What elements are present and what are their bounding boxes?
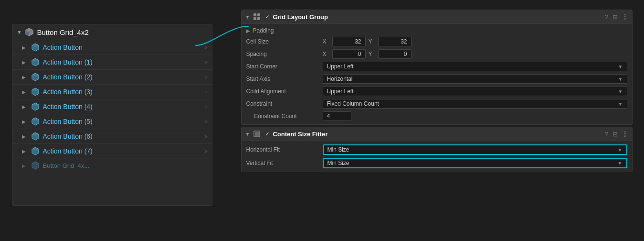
horizontal-fit-dropdown[interactable]: Min Size ▼ [323, 144, 627, 155]
constraint-count-input[interactable]: 4 [323, 111, 351, 121]
list-item[interactable]: ▶ Action Button › [12, 40, 212, 55]
item-chevron-icon: › [205, 118, 207, 125]
start-axis-dropdown[interactable]: Horizontal ▼ [323, 74, 627, 84]
spacing-row: Spacing X 0 Y 0 [242, 48, 632, 60]
svg-rect-40 [253, 13, 256, 16]
component-enabled-check[interactable]: ✓ [265, 13, 270, 20]
start-corner-value: Upper Left ▼ [323, 62, 627, 71]
list-item[interactable]: ▶ Action Button (1) › [12, 55, 212, 69]
list-item[interactable]: ▶ Action Button (2) › [12, 69, 212, 84]
start-corner-dropdown-text: Upper Left [327, 63, 615, 70]
help-icon[interactable]: ? [605, 131, 608, 138]
item-label: Action Button (1) [43, 58, 202, 66]
cell-size-x-input[interactable]: 32 [332, 37, 366, 46]
horizontal-fit-label: Horizontal Fit [246, 146, 323, 153]
list-item[interactable]: ▶ Action Button (3) › [12, 84, 212, 99]
list-item[interactable]: ▶ Action Button (4) › [12, 99, 212, 114]
component-header[interactable]: ▼ ✓ Grid Layout Group ? ⊟ ⋮ [242, 10, 632, 24]
dropdown-arrow-icon: ▼ [618, 161, 623, 166]
y-label: Y [369, 38, 375, 45]
cell-size-xy: X 32 Y 32 [323, 37, 412, 46]
hierarchy-title: Button Grid_4x2 [37, 28, 207, 36]
item-expand-icon: ▶ [22, 134, 28, 139]
item-label: Action Button (5) [43, 118, 202, 125]
item-cube-icon [31, 117, 40, 126]
start-axis-value: Horizontal ▼ [323, 74, 627, 84]
hierarchy-header[interactable]: ▼ Button Grid_4x2 [12, 24, 212, 40]
hierarchy-panel: ▼ Button Grid_4x2 ▶ [12, 24, 212, 206]
padding-label: Padding [253, 27, 329, 34]
item-chevron-icon: › [205, 44, 207, 51]
padding-expand-icon: ▶ [246, 28, 250, 33]
item-cube-icon [31, 72, 40, 82]
item-expand-icon: ▶ [22, 149, 28, 154]
item-expand-icon: ▶ [22, 75, 28, 80]
vertical-fit-dropdown[interactable]: Min Size ▼ [323, 158, 627, 168]
help-icon[interactable]: ? [605, 13, 608, 21]
item-expand-icon: ▶ [22, 89, 28, 95]
item-chevron-icon: › [205, 74, 207, 80]
content-fitter-title: Content Size Fitter [273, 131, 602, 138]
component-title: Grid Layout Group [273, 13, 602, 21]
content-fitter-header[interactable]: ▼ ✓ Content Size Fitter ? ⊟ ⋮ [242, 127, 632, 141]
item-label: Action Button (6) [43, 132, 202, 140]
dropdown-arrow-icon: ▼ [618, 77, 623, 82]
padding-row[interactable]: ▶ Padding [242, 26, 632, 35]
list-item[interactable]: ▶ Action Button (6) › [12, 129, 212, 143]
cell-size-label: Cell Size [246, 38, 323, 45]
child-alignment-row: Child Alignment Upper Left ▼ [242, 85, 632, 98]
child-alignment-label: Child Alignment [246, 88, 323, 95]
list-item[interactable]: ▶ Action Button (5) › [12, 114, 212, 129]
component-body: ▶ Padding Cell Size X 32 Y 32 [242, 24, 632, 124]
item-label: Action Button (3) [43, 88, 202, 96]
item-cube-icon [31, 57, 40, 67]
content-size-fitter-component: ▼ ✓ Content Size Fitter ? ⊟ ⋮ [241, 127, 633, 172]
hierarchy-items-list: ▶ Action Button › ▶ [12, 40, 212, 158]
footer-item-label: Button Grid_4x... [43, 162, 90, 169]
item-expand-icon: ▶ [22, 104, 28, 110]
spacing-label: Spacing [246, 51, 323, 57]
item-label: Action Button [43, 44, 202, 51]
spacing-y-input[interactable]: 0 [378, 49, 412, 59]
more-options-icon[interactable]: ⋮ [622, 13, 628, 21]
component-header-actions: ? ⊟ ⋮ [605, 130, 628, 138]
item-expand-icon: ▶ [22, 60, 28, 65]
settings-icon[interactable]: ⊟ [612, 131, 618, 138]
vertical-fit-value: Min Size ▼ [323, 158, 627, 168]
start-corner-dropdown[interactable]: Upper Left ▼ [323, 62, 627, 71]
more-options-icon[interactable]: ⋮ [622, 130, 628, 138]
constraint-dropdown[interactable]: Fixed Column Count ▼ [323, 99, 627, 109]
x-label: X [323, 38, 329, 45]
list-item[interactable]: ▶ Action Button (7) › [12, 143, 212, 158]
cell-size-row: Cell Size X 32 Y 32 [242, 35, 632, 48]
item-chevron-icon: › [205, 59, 207, 66]
component-enabled-check[interactable]: ✓ [265, 131, 270, 137]
constraint-count-value: 4 [323, 111, 627, 121]
constraint-row: Constraint Fixed Column Count ▼ [242, 98, 632, 110]
child-alignment-dropdown-text: Upper Left [327, 88, 615, 95]
settings-icon[interactable]: ⊟ [612, 13, 618, 21]
item-cube-icon [31, 102, 40, 111]
spacing-x-input[interactable]: 0 [332, 49, 366, 59]
item-expand-icon: ▶ [22, 119, 28, 124]
item-chevron-icon: › [205, 103, 207, 110]
svg-rect-43 [257, 17, 260, 20]
item-chevron-icon: › [205, 133, 207, 140]
child-alignment-dropdown[interactable]: Upper Left ▼ [323, 87, 627, 96]
constraint-label: Constraint [246, 100, 323, 107]
horizontal-fit-row: Horizontal Fit Min Size ▼ [242, 143, 632, 156]
expand-arrow-icon: ▼ [17, 30, 22, 35]
item-cube-icon [31, 87, 40, 97]
start-axis-row: Start Axis Horizontal ▼ [242, 73, 632, 85]
component-expand-icon: ▼ [245, 131, 250, 137]
item-cube-icon [31, 131, 40, 141]
spacing-values: X 0 Y 0 [323, 49, 627, 59]
dropdown-arrow-icon: ▼ [618, 101, 623, 107]
cell-size-y-input[interactable]: 32 [378, 37, 412, 46]
content-size-icon [253, 130, 261, 138]
svg-rect-42 [253, 17, 256, 20]
component-expand-icon: ▼ [245, 14, 250, 20]
spacing-y-label: Y [369, 51, 375, 57]
start-axis-label: Start Axis [246, 76, 323, 82]
item-label: Action Button (4) [43, 103, 202, 110]
